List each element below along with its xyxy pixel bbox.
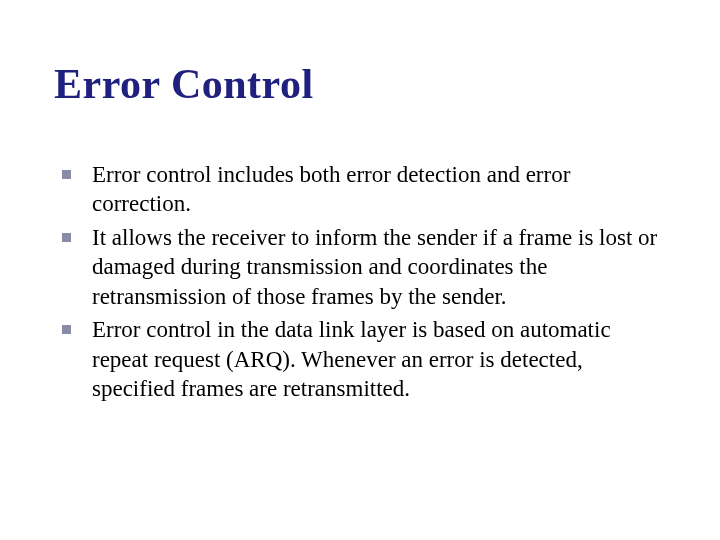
list-item: Error control in the data link layer is … [92,315,666,403]
slide: Error Control Error control includes bot… [0,0,720,540]
list-item: Error control includes both error detect… [92,160,666,219]
bullet-text: Error control includes both error detect… [92,162,570,216]
square-bullet-icon [62,325,71,334]
bullet-text: Error control in the data link layer is … [92,317,611,401]
bullet-text: It allows the receiver to inform the sen… [92,225,657,309]
square-bullet-icon [62,233,71,242]
slide-title: Error Control [54,60,666,108]
list-item: It allows the receiver to inform the sen… [92,223,666,311]
square-bullet-icon [62,170,71,179]
bullet-list: Error control includes both error detect… [54,160,666,404]
